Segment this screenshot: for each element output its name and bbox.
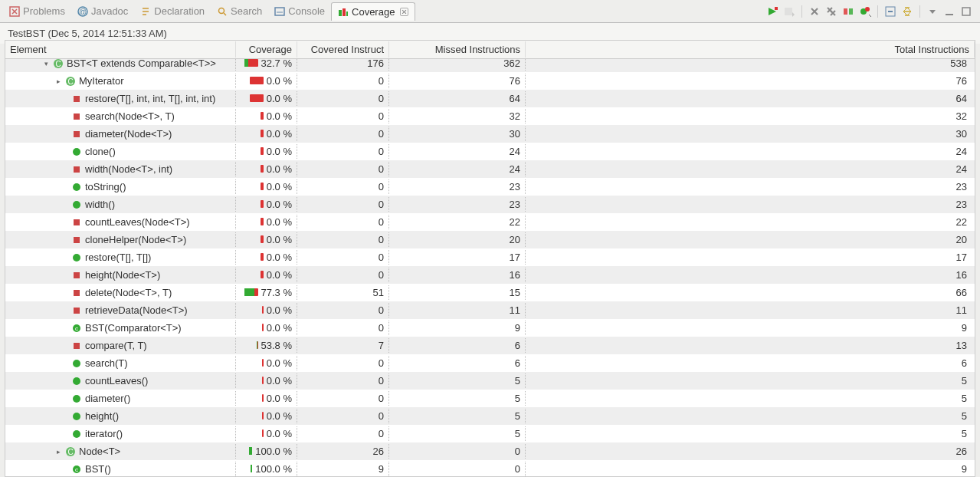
col-total[interactable]: Total Instructions — [526, 41, 975, 58]
maximize-icon[interactable] — [960, 5, 972, 18]
coverage-value: 0.0 % — [267, 199, 292, 210]
view-menu-icon[interactable] — [926, 5, 939, 18]
element-name: MyIterator — [79, 75, 124, 87]
table-row[interactable]: countLeaves()0.0 %055 — [5, 372, 975, 390]
expand-arrow-icon[interactable]: ▾ — [42, 60, 50, 67]
tab-search[interactable]: Search — [211, 2, 268, 20]
element-name: BST<T extends Comparable<T>> — [67, 59, 216, 69]
constructor-icon: c — [71, 323, 82, 334]
expand-arrow-icon[interactable]: ▸ — [54, 77, 62, 85]
relaunch-icon[interactable] — [766, 5, 778, 18]
table-row[interactable]: height(Node<T>)0.0 %01616 — [5, 266, 975, 284]
table-row[interactable]: restore(T[], T[])0.0 %01717 — [5, 248, 975, 266]
table-row[interactable]: countLeaves(Node<T>)0.0 %02222 — [5, 213, 975, 231]
table-body[interactable]: ▾CBST<T extends Comparable<T>>32.7 %1763… — [5, 59, 975, 476]
coverage-value: 0.0 % — [267, 216, 292, 228]
missed-value: 5 — [389, 426, 526, 441]
declaration-icon — [140, 6, 151, 17]
remove-all-sessions-icon[interactable] — [825, 5, 837, 18]
view-toolbar — [766, 5, 980, 18]
col-element[interactable]: Element — [5, 41, 236, 58]
table-row[interactable]: cloneHelper(Node<T>)0.0 %02020 — [5, 231, 975, 248]
table-row[interactable]: height()0.0 %055 — [5, 407, 975, 425]
total-value: 23 — [526, 197, 975, 212]
missed-value: 362 — [389, 59, 526, 71]
private-method-icon — [71, 111, 82, 122]
tab-label: Problems — [23, 5, 65, 17]
table-row[interactable]: compare(T, T)53.8 %7613 — [5, 337, 975, 354]
covered-value: 0 — [297, 409, 389, 423]
coverage-value: 0.0 % — [267, 375, 292, 387]
separator — [919, 5, 920, 18]
table-row[interactable]: delete(Node<T>, T)77.3 %511566 — [5, 284, 975, 301]
select-session-icon[interactable] — [859, 5, 871, 18]
coverage-bar — [257, 341, 258, 349]
table-header: Element Coverage Covered Instruct Missed… — [5, 41, 975, 59]
element-name: iterator() — [85, 428, 123, 439]
tab-label: Declaration — [154, 5, 205, 17]
coverage-value: 100.0 % — [255, 446, 292, 457]
col-coverage[interactable]: Coverage — [236, 41, 297, 58]
constructor-icon: c — [71, 464, 82, 475]
covered-value: 51 — [297, 285, 389, 300]
coverage-value: 0.0 % — [267, 234, 292, 245]
link-editor-icon[interactable] — [901, 5, 913, 18]
element-name: Node<T> — [79, 446, 120, 457]
table-row[interactable]: ▾CBST<T extends Comparable<T>>32.7 %1763… — [5, 59, 975, 72]
col-missed[interactable]: Missed Instructions — [389, 41, 526, 58]
svg-point-41 — [73, 430, 80, 438]
element-name: BST() — [85, 463, 111, 475]
table-row[interactable]: cBST(Comparator<T>)0.0 %099 — [5, 319, 975, 337]
svg-point-39 — [73, 395, 80, 403]
tab-coverage[interactable]: Coverage — [331, 2, 415, 21]
coverage-value: 77.3 % — [261, 287, 292, 298]
tab-label: Coverage — [352, 6, 395, 18]
total-value: 17 — [526, 250, 975, 265]
table-row[interactable]: width(Node<T>, int)0.0 %02424 — [5, 160, 975, 178]
svg-rect-4 — [275, 8, 284, 15]
element-name: BST(Comparator<T>) — [85, 322, 182, 334]
col-covered[interactable]: Covered Instruct — [297, 41, 389, 58]
coverage-value: 0.0 % — [267, 128, 292, 140]
tab-javadoc[interactable]: @ Javadoc — [71, 2, 134, 20]
table-row[interactable]: clone()0.0 %02424 — [5, 143, 975, 160]
table-row[interactable]: width()0.0 %02323 — [5, 196, 975, 213]
dump-icon[interactable] — [783, 5, 795, 18]
expand-arrow-icon[interactable]: ▸ — [54, 448, 62, 456]
tab-declaration[interactable]: Declaration — [134, 2, 211, 20]
minimize-icon[interactable] — [943, 5, 955, 18]
missed-value: 23 — [389, 197, 526, 212]
missed-value: 5 — [389, 409, 526, 423]
total-value: 538 — [526, 59, 975, 71]
table-row[interactable]: diameter()0.0 %055 — [5, 390, 975, 407]
public-method-icon — [71, 376, 82, 387]
covered-value: 0 — [297, 373, 389, 388]
tab-problems[interactable]: Problems — [3, 2, 71, 20]
table-row[interactable]: toString()0.0 %02323 — [5, 178, 975, 196]
table-row[interactable]: iterator()0.0 %055 — [5, 425, 975, 442]
table-row[interactable]: retrieveData(Node<T>)0.0 %01111 — [5, 301, 975, 319]
missed-value: 5 — [389, 391, 526, 406]
covered-value: 7 — [297, 338, 389, 353]
table-row[interactable]: ▸CMyIterator0.0 %07676 — [5, 72, 975, 90]
table-row[interactable]: ▸CNode<T>100.0 %26026 — [5, 442, 975, 460]
element-name: delete(Node<T>, T) — [85, 287, 172, 298]
covered-value: 0 — [297, 232, 389, 247]
coverage-value: 0.0 % — [267, 393, 292, 404]
close-icon[interactable] — [400, 8, 408, 16]
svg-point-37 — [73, 360, 80, 367]
tab-console[interactable]: Console — [268, 2, 331, 20]
public-method-icon — [71, 358, 82, 369]
tab-label: Console — [288, 5, 325, 17]
remove-session-icon[interactable] — [808, 5, 821, 18]
total-value: 76 — [526, 74, 975, 88]
table-row[interactable]: restore(T[], int, int, T[], int, int)0.0… — [5, 90, 975, 107]
table-row[interactable]: search(T)0.0 %066 — [5, 354, 975, 372]
coverage-bar — [261, 112, 264, 120]
svg-point-27 — [73, 201, 80, 209]
table-row[interactable]: diameter(Node<T>)0.0 %03030 — [5, 125, 975, 143]
table-row[interactable]: search(Node<T>, T)0.0 %03232 — [5, 107, 975, 125]
collapse-all-icon[interactable] — [884, 5, 896, 18]
table-row[interactable]: cBST()100.0 %909 — [5, 460, 975, 476]
merge-sessions-icon[interactable] — [842, 5, 854, 18]
